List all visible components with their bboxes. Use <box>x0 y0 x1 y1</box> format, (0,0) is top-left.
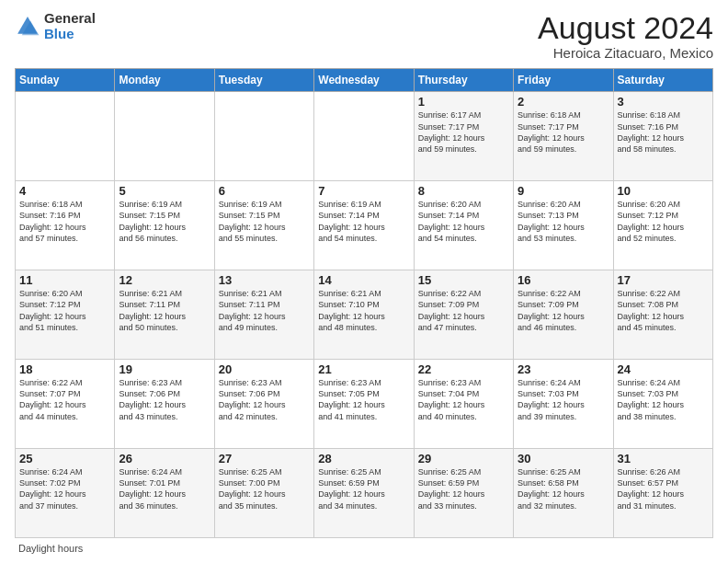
weekday-header: Saturday <box>613 69 712 92</box>
day-number: 24 <box>618 362 709 376</box>
calendar-header: SundayMondayTuesdayWednesdayThursdayFrid… <box>16 69 713 92</box>
day-info: Sunrise: 6:19 AM Sunset: 7:14 PM Dayligh… <box>318 199 409 244</box>
calendar-cell: 6Sunrise: 6:19 AM Sunset: 7:15 PM Daylig… <box>214 181 313 270</box>
day-info: Sunrise: 6:22 AM Sunset: 7:08 PM Dayligh… <box>618 288 709 333</box>
day-info: Sunrise: 6:24 AM Sunset: 7:03 PM Dayligh… <box>618 377 709 422</box>
weekday-row: SundayMondayTuesdayWednesdayThursdayFrid… <box>16 69 713 92</box>
calendar-cell: 24Sunrise: 6:24 AM Sunset: 7:03 PM Dayli… <box>613 360 712 449</box>
day-info: Sunrise: 6:25 AM Sunset: 6:59 PM Dayligh… <box>418 466 509 511</box>
calendar-cell: 5Sunrise: 6:19 AM Sunset: 7:15 PM Daylig… <box>115 181 214 270</box>
weekday-header: Tuesday <box>214 69 313 92</box>
calendar-cell: 1Sunrise: 6:17 AM Sunset: 7:17 PM Daylig… <box>414 92 513 181</box>
day-info: Sunrise: 6:22 AM Sunset: 7:07 PM Dayligh… <box>19 377 110 422</box>
day-number: 26 <box>119 452 210 465</box>
weekday-header: Monday <box>115 69 214 92</box>
calendar-body: 1Sunrise: 6:17 AM Sunset: 7:17 PM Daylig… <box>16 92 713 538</box>
day-info: Sunrise: 6:20 AM Sunset: 7:12 PM Dayligh… <box>618 199 709 244</box>
page: General Blue August 2024 Heroica Zitacua… <box>0 0 728 563</box>
logo-blue: Blue <box>44 27 96 42</box>
calendar-cell <box>214 92 313 181</box>
calendar-cell <box>314 92 414 181</box>
weekday-header: Thursday <box>414 69 513 92</box>
day-number: 17 <box>618 273 709 287</box>
day-info: Sunrise: 6:25 AM Sunset: 6:58 PM Dayligh… <box>518 466 609 511</box>
day-number: 2 <box>518 95 609 109</box>
day-number: 29 <box>418 452 509 465</box>
footer-label: Daylight hours <box>18 543 83 554</box>
calendar-cell: 18Sunrise: 6:22 AM Sunset: 7:07 PM Dayli… <box>16 360 115 449</box>
day-info: Sunrise: 6:26 AM Sunset: 6:57 PM Dayligh… <box>618 466 709 511</box>
day-info: Sunrise: 6:25 AM Sunset: 6:59 PM Dayligh… <box>318 466 409 511</box>
day-number: 31 <box>618 452 709 465</box>
day-info: Sunrise: 6:21 AM Sunset: 7:11 PM Dayligh… <box>119 288 210 333</box>
day-number: 9 <box>518 184 609 198</box>
calendar-cell: 29Sunrise: 6:25 AM Sunset: 6:59 PM Dayli… <box>414 449 513 538</box>
day-info: Sunrise: 6:20 AM Sunset: 7:13 PM Dayligh… <box>518 199 609 244</box>
calendar-table: SundayMondayTuesdayWednesdayThursdayFrid… <box>15 68 713 538</box>
day-number: 6 <box>219 184 310 198</box>
calendar-cell: 23Sunrise: 6:24 AM Sunset: 7:03 PM Dayli… <box>514 360 613 449</box>
weekday-header: Wednesday <box>314 69 414 92</box>
day-number: 5 <box>119 184 210 198</box>
logo: General Blue <box>15 11 96 41</box>
day-info: Sunrise: 6:22 AM Sunset: 7:09 PM Dayligh… <box>518 288 609 333</box>
calendar-cell: 20Sunrise: 6:23 AM Sunset: 7:06 PM Dayli… <box>214 360 313 449</box>
calendar-cell: 22Sunrise: 6:23 AM Sunset: 7:04 PM Dayli… <box>414 360 513 449</box>
calendar-week-row: 4Sunrise: 6:18 AM Sunset: 7:16 PM Daylig… <box>16 181 713 270</box>
calendar-cell: 12Sunrise: 6:21 AM Sunset: 7:11 PM Dayli… <box>115 270 214 360</box>
day-number: 14 <box>318 273 409 287</box>
day-number: 12 <box>119 273 210 287</box>
day-number: 28 <box>318 452 409 465</box>
day-number: 27 <box>219 452 310 465</box>
day-number: 16 <box>518 273 609 287</box>
calendar-cell: 26Sunrise: 6:24 AM Sunset: 7:01 PM Dayli… <box>115 449 214 538</box>
day-number: 25 <box>19 452 110 465</box>
day-number: 13 <box>219 273 310 287</box>
calendar-cell: 3Sunrise: 6:18 AM Sunset: 7:16 PM Daylig… <box>613 92 712 181</box>
day-number: 23 <box>518 362 609 376</box>
calendar-cell: 4Sunrise: 6:18 AM Sunset: 7:16 PM Daylig… <box>16 181 115 270</box>
calendar-cell: 21Sunrise: 6:23 AM Sunset: 7:05 PM Dayli… <box>314 360 414 449</box>
logo-text: General Blue <box>44 11 96 41</box>
calendar-cell <box>16 92 115 181</box>
day-info: Sunrise: 6:17 AM Sunset: 7:17 PM Dayligh… <box>418 109 509 155</box>
calendar-week-row: 25Sunrise: 6:24 AM Sunset: 7:02 PM Dayli… <box>16 449 713 538</box>
calendar-cell: 30Sunrise: 6:25 AM Sunset: 6:58 PM Dayli… <box>514 449 613 538</box>
calendar-cell: 15Sunrise: 6:22 AM Sunset: 7:09 PM Dayli… <box>414 270 513 360</box>
day-info: Sunrise: 6:21 AM Sunset: 7:10 PM Dayligh… <box>318 288 409 333</box>
day-info: Sunrise: 6:23 AM Sunset: 7:06 PM Dayligh… <box>119 377 210 422</box>
day-info: Sunrise: 6:25 AM Sunset: 7:00 PM Dayligh… <box>219 466 310 511</box>
calendar-cell: 8Sunrise: 6:20 AM Sunset: 7:14 PM Daylig… <box>414 181 513 270</box>
day-number: 18 <box>19 362 110 376</box>
calendar-cell <box>115 92 214 181</box>
logo-general: General <box>44 11 96 27</box>
calendar-cell: 2Sunrise: 6:18 AM Sunset: 7:17 PM Daylig… <box>514 92 613 181</box>
day-number: 30 <box>518 452 609 465</box>
day-number: 8 <box>418 184 509 198</box>
calendar-week-row: 18Sunrise: 6:22 AM Sunset: 7:07 PM Dayli… <box>16 360 713 449</box>
logo-icon <box>15 14 40 40</box>
header: General Blue August 2024 Heroica Zitacua… <box>15 11 713 61</box>
calendar-cell: 9Sunrise: 6:20 AM Sunset: 7:13 PM Daylig… <box>514 181 613 270</box>
day-number: 4 <box>19 184 110 198</box>
calendar-cell: 25Sunrise: 6:24 AM Sunset: 7:02 PM Dayli… <box>16 449 115 538</box>
calendar-cell: 28Sunrise: 6:25 AM Sunset: 6:59 PM Dayli… <box>314 449 414 538</box>
day-number: 21 <box>318 362 409 376</box>
calendar-subtitle: Heroica Zitacuaro, Mexico <box>538 45 713 61</box>
day-info: Sunrise: 6:23 AM Sunset: 7:06 PM Dayligh… <box>219 377 310 422</box>
day-info: Sunrise: 6:23 AM Sunset: 7:05 PM Dayligh… <box>318 377 409 422</box>
calendar-cell: 7Sunrise: 6:19 AM Sunset: 7:14 PM Daylig… <box>314 181 414 270</box>
day-info: Sunrise: 6:19 AM Sunset: 7:15 PM Dayligh… <box>119 199 210 244</box>
calendar-cell: 27Sunrise: 6:25 AM Sunset: 7:00 PM Dayli… <box>214 449 313 538</box>
day-number: 19 <box>119 362 210 376</box>
weekday-header: Sunday <box>16 69 115 92</box>
day-info: Sunrise: 6:24 AM Sunset: 7:03 PM Dayligh… <box>518 377 609 422</box>
day-number: 11 <box>19 273 110 287</box>
day-number: 1 <box>418 95 509 109</box>
day-info: Sunrise: 6:20 AM Sunset: 7:14 PM Dayligh… <box>418 199 509 244</box>
day-number: 20 <box>219 362 310 376</box>
day-number: 15 <box>418 273 509 287</box>
calendar-week-row: 1Sunrise: 6:17 AM Sunset: 7:17 PM Daylig… <box>16 92 713 181</box>
day-info: Sunrise: 6:24 AM Sunset: 7:02 PM Dayligh… <box>19 466 110 511</box>
day-info: Sunrise: 6:20 AM Sunset: 7:12 PM Dayligh… <box>19 288 110 333</box>
